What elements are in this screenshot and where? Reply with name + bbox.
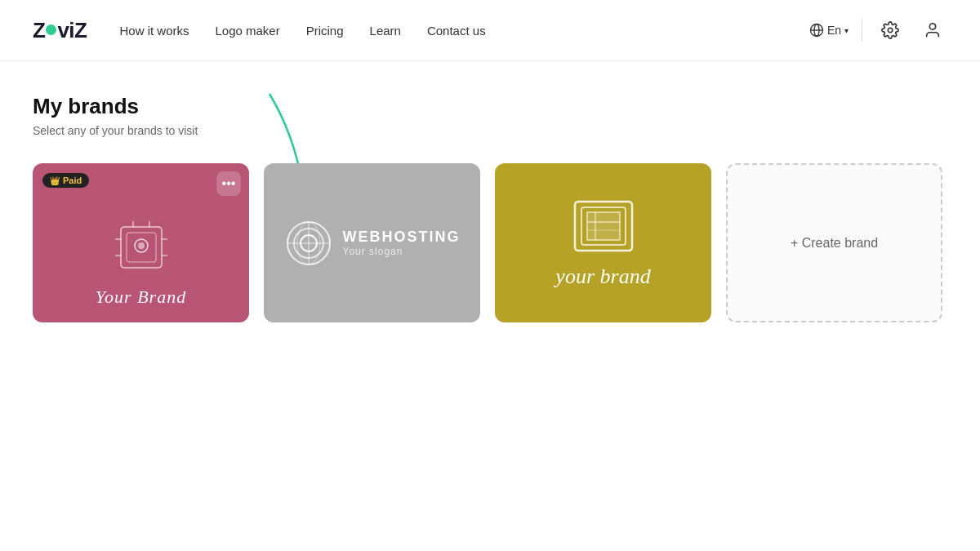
webhosting-text: WEBHOSTING Your slogan (343, 229, 461, 257)
brand-card-2[interactable]: WEBHOSTING Your slogan (264, 163, 480, 322)
brands-grid: Paid ••• Your Brand (33, 163, 947, 322)
nav-how-it-works[interactable]: How it works (119, 24, 189, 38)
svg-point-4 (929, 24, 935, 29)
svg-point-9 (138, 242, 145, 249)
nav-contact-us[interactable]: Contact us (427, 24, 486, 38)
nav-logo-maker[interactable]: Logo maker (215, 24, 279, 38)
nav-pricing[interactable]: Pricing (306, 24, 344, 38)
create-brand-card[interactable]: + Create brand (726, 163, 942, 322)
webhosting-slogan: Your slogan (343, 246, 461, 257)
gear-icon (881, 21, 899, 39)
create-brand-label: + Create brand (791, 236, 878, 251)
lang-label: En (827, 24, 841, 37)
paid-badge: Paid (42, 173, 89, 188)
settings-button[interactable] (875, 16, 905, 45)
page-title: My brands (33, 94, 947, 119)
brand-more-button[interactable]: ••• (216, 171, 241, 196)
nav-learn[interactable]: Learn (370, 24, 401, 38)
header: ZviZ How it works Logo maker Pricing Lea… (0, 0, 980, 61)
brand-card-1[interactable]: Paid ••• Your Brand (33, 163, 249, 322)
main-content: My brands Select any of your brands to v… (0, 61, 980, 322)
user-profile-button[interactable] (918, 16, 947, 45)
webhosting-name: WEBHOSTING (343, 229, 461, 246)
header-right: En ▾ (809, 16, 947, 45)
brand-3-name: your brand (555, 264, 650, 289)
brand-1-logo (109, 215, 174, 280)
main-nav: How it works Logo maker Pricing Learn Co… (119, 24, 808, 38)
brand-3-logo (567, 198, 640, 255)
brand-1-name: Your Brand (96, 287, 186, 308)
svg-rect-24 (587, 212, 620, 240)
chevron-down-icon: ▾ (844, 26, 849, 35)
logo[interactable]: ZviZ (33, 18, 87, 43)
header-divider (862, 19, 862, 42)
webhosting-ring-logo (284, 219, 333, 268)
page-subtitle: Select any of your brands to visit (33, 124, 947, 137)
webhosting-logo-area: WEBHOSTING Your slogan (284, 219, 461, 268)
brand-card-3[interactable]: your brand (495, 163, 711, 322)
logo-text: ZviZ (33, 18, 87, 43)
language-selector[interactable]: En ▾ (809, 23, 849, 38)
svg-point-3 (888, 28, 893, 33)
user-icon (924, 21, 942, 39)
globe-icon (809, 23, 824, 38)
